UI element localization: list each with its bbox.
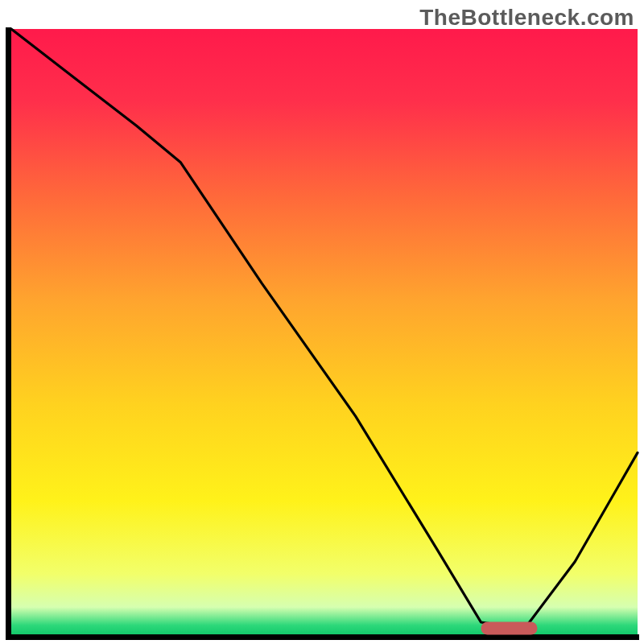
y-axis (6, 27, 11, 640)
gradient-background (11, 29, 638, 634)
bottleneck-chart (0, 0, 644, 644)
optimal-range-marker (481, 621, 538, 634)
watermark-text: TheBottleneck.com (419, 5, 634, 31)
chart-frame: TheBottleneck.com (0, 0, 644, 644)
x-axis (6, 634, 639, 640)
